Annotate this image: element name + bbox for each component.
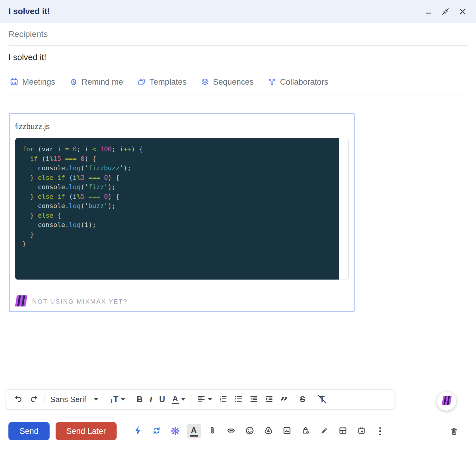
close-icon[interactable] <box>458 7 467 16</box>
people-icon <box>267 77 276 86</box>
redo-icon <box>29 394 38 404</box>
confidential-mode-button[interactable] <box>296 423 315 440</box>
enhance-button[interactable]: ❋ <box>166 423 185 440</box>
titlebar: I solved it! <box>0 0 476 23</box>
numbered-list-icon: 1 2 3 <box>219 395 227 404</box>
chevron-down-icon <box>181 398 185 401</box>
recipients-field[interactable]: Recipients <box>0 23 476 46</box>
templates-icon <box>137 77 146 86</box>
schedule-calendar-icon <box>357 426 366 437</box>
font-family-value: Sans Serif <box>50 395 86 404</box>
code-editor[interactable]: for (var i = 0; i < 100; i++) { if (i%15… <box>15 138 349 280</box>
emoji-icon <box>245 426 255 437</box>
insert-signature-button[interactable] <box>315 423 334 440</box>
collaborators-label: Collaborators <box>280 77 328 87</box>
text-color-icon: A <box>172 395 179 404</box>
undo-icon <box>14 394 23 404</box>
italic-button[interactable]: I <box>146 392 156 407</box>
watch-icon <box>69 77 78 86</box>
schedule-button[interactable] <box>352 423 371 440</box>
text-size-button[interactable]: TT <box>107 392 128 407</box>
calendar-icon <box>10 77 19 86</box>
exit-fullscreen-icon[interactable] <box>441 7 450 16</box>
quote-button[interactable]: ” <box>277 392 291 407</box>
link-icon <box>226 425 236 437</box>
italic-icon: I <box>149 395 153 404</box>
image-icon <box>282 426 292 437</box>
strikethrough-button[interactable]: S <box>297 392 309 407</box>
remind-me-label: Remind me <box>82 77 123 87</box>
instant-send-button[interactable] <box>129 423 147 440</box>
code-content: for (var i = 0; i < 100; i++) { if (i%15… <box>15 138 339 249</box>
indent-less-icon <box>249 395 258 404</box>
discard-draft-button[interactable] <box>445 423 463 440</box>
mixmax-promo-link[interactable]: NOT USING MIXMAX YET? <box>15 295 128 308</box>
font-family-select[interactable]: Sans Serif <box>47 392 102 407</box>
meetings-button[interactable]: Meetings <box>10 77 55 87</box>
remove-formatting-icon: T <box>317 394 327 404</box>
minimize-icon[interactable] <box>424 7 433 16</box>
lightning-icon <box>135 426 141 437</box>
send-button[interactable]: Send <box>8 422 50 440</box>
action-bar: Send Send Later ❋ A <box>0 422 476 440</box>
align-button[interactable] <box>194 392 215 407</box>
insert-emoji-button[interactable] <box>240 423 259 440</box>
attach-file-button[interactable] <box>203 423 222 440</box>
underline-icon: U <box>159 395 165 404</box>
compose-window: I solved it! Recipients I solved it! <box>0 0 476 454</box>
snippet-filename: fizzbuzz.js <box>15 122 50 131</box>
underline-button[interactable]: U <box>156 392 169 407</box>
chevron-down-icon <box>121 398 125 401</box>
layers-icon <box>200 77 209 86</box>
sparkle-icon: ❋ <box>170 426 180 437</box>
sync-button[interactable] <box>147 423 166 440</box>
more-options-icon <box>379 427 381 435</box>
redo-button[interactable] <box>26 392 42 407</box>
remind-me-button[interactable]: Remind me <box>69 77 123 87</box>
subject-field[interactable]: I solved it! <box>0 46 476 69</box>
bold-icon: B <box>137 395 143 404</box>
templates-button[interactable]: Templates <box>137 77 187 87</box>
send-later-button[interactable]: Send Later <box>56 422 117 440</box>
sequences-button[interactable]: Sequences <box>200 77 254 87</box>
formatting-toolbar: Sans Serif TT B I U A <box>6 389 395 409</box>
sync-icon <box>152 426 161 437</box>
sequences-label: Sequences <box>213 77 254 87</box>
remove-formatting-button[interactable]: T <box>314 392 331 407</box>
insert-link-button[interactable] <box>222 423 240 440</box>
collaborators-button[interactable]: Collaborators <box>267 77 328 87</box>
layout-icon <box>338 426 348 437</box>
align-left-icon <box>197 395 206 404</box>
insert-photo-button[interactable] <box>278 423 296 440</box>
insert-from-drive-button[interactable] <box>259 423 278 440</box>
chevron-down-icon <box>208 398 212 401</box>
pen-icon <box>320 426 329 436</box>
code-scrollbar-track[interactable] <box>339 138 348 280</box>
text-color-icon: A <box>187 424 201 438</box>
undo-button[interactable] <box>11 392 26 407</box>
mixmax-promo-text: NOT USING MIXMAX YET? <box>32 298 128 305</box>
strikethrough-icon: S <box>300 395 305 404</box>
more-options-button[interactable] <box>371 423 389 440</box>
indent-less-button[interactable] <box>246 392 261 407</box>
mixmax-menu-button[interactable] <box>437 392 456 411</box>
templates-label: Templates <box>150 77 187 87</box>
mixmax-logo-icon <box>15 295 27 308</box>
numbered-list-button[interactable]: 1 2 3 <box>215 392 231 407</box>
layout-button[interactable] <box>334 423 352 440</box>
quote-icon: ” <box>280 399 288 405</box>
drive-icon <box>264 426 273 437</box>
meetings-label: Meetings <box>22 77 55 87</box>
code-snippet-card: fizzbuzz.js for (var i = 0; i < 100; i++… <box>9 113 355 312</box>
subject-text: I solved it! <box>8 53 46 62</box>
text-formatting-toggle[interactable]: A <box>185 423 203 440</box>
indent-more-button[interactable] <box>261 392 277 407</box>
trash-icon <box>450 427 459 437</box>
mixmax-feature-bar: Meetings Remind me Templates <box>0 69 476 95</box>
code-block: for (var i = 0; i < 100; i++) { if (i%15… <box>15 138 339 280</box>
svg-text:3: 3 <box>220 400 221 402</box>
lock-clock-icon <box>301 426 310 437</box>
bold-button[interactable]: B <box>133 392 146 407</box>
bulleted-list-button[interactable] <box>231 392 246 407</box>
text-color-button[interactable]: A <box>168 392 189 407</box>
